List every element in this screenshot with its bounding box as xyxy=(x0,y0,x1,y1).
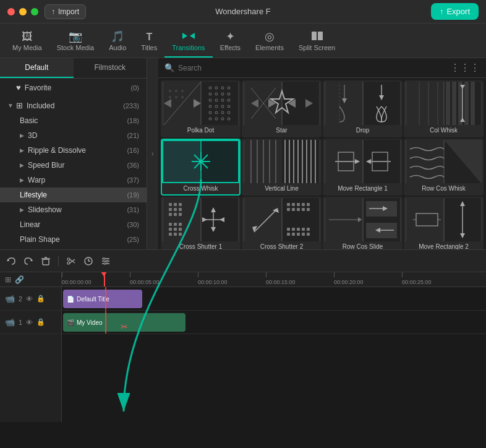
svg-rect-122 xyxy=(179,223,182,226)
playhead-triangle xyxy=(101,272,107,277)
close-dot[interactable] xyxy=(7,8,15,15)
effects-icon: ✦ xyxy=(226,31,235,42)
track-1-number: 1 xyxy=(19,319,22,326)
transition-row-cos-whisk[interactable]: Row Cos Whisk xyxy=(404,139,484,196)
playhead[interactable] xyxy=(104,272,105,286)
svg-rect-111 xyxy=(169,203,172,206)
sidebar-speed-blur-count: (36) xyxy=(127,162,139,169)
panel-collapse-button[interactable]: ‹ xyxy=(147,58,158,249)
svg-rect-63 xyxy=(464,82,469,125)
transition-polka-dot[interactable]: Polka Dot xyxy=(161,80,241,137)
track-clip-my-video[interactable]: 🎬 My Video ✂ xyxy=(63,313,185,332)
grid-options-icon[interactable]: ⋮⋮⋮ xyxy=(450,62,480,74)
svg-rect-148 xyxy=(287,228,290,231)
transition-label-row-cos-slide: Row Cos Slide xyxy=(324,241,401,249)
timeline-left: ⊞ 🔗 📹 2 👁 🔒 📹 1 👁 🔒 xyxy=(0,272,62,422)
nav-stock-media[interactable]: 📷 Stock Media xyxy=(49,27,102,58)
add-track-icon[interactable]: ⊞ xyxy=(5,275,11,284)
transition-move-rectangle-1[interactable]: Move Rectangle 1 xyxy=(323,139,403,196)
timeline-track-label-1: 📹 1 👁 🔒 xyxy=(0,311,61,334)
delete-button[interactable] xyxy=(41,256,51,266)
nav-audio[interactable]: 🎵 Audio xyxy=(101,27,134,58)
chevron-right-icon4: ▶ xyxy=(20,177,24,183)
sidebar-item-favorite[interactable]: ♥ Favorite (0) xyxy=(0,80,147,95)
svg-rect-5 xyxy=(201,82,238,125)
track-1-lock-icon[interactable]: 🔒 xyxy=(36,318,45,326)
transition-move-rectangle-2[interactable]: Move Rectangle 2 xyxy=(404,197,484,249)
video-clip-label: My Video xyxy=(77,319,103,326)
main-area: Default Filmstock ♥ Favorite (0) ▼ ⊞ Inc… xyxy=(0,58,486,250)
chevron-right-icon3: ▶ xyxy=(20,162,24,168)
import-button[interactable]: ↑ Import xyxy=(45,4,86,19)
sidebar-item-lifestyle[interactable]: Lifestyle (19) xyxy=(0,187,147,202)
svg-rect-141 xyxy=(302,203,305,206)
sidebar-speed-blur-label: Speed Blur xyxy=(28,161,127,170)
transition-cross-shutter-1[interactable]: Cross Shutter 1 xyxy=(161,197,241,249)
track-clip-default-title[interactable]: 📄 Default Title xyxy=(63,290,142,308)
tab-filmstock[interactable]: Filmstock xyxy=(74,58,147,78)
link-icon[interactable]: 🔗 xyxy=(15,275,24,284)
transition-thumb-col-whisk xyxy=(405,82,482,125)
sidebar-slideshow-count: (31) xyxy=(127,206,139,213)
undo-button[interactable] xyxy=(6,256,16,266)
svg-rect-152 xyxy=(307,228,310,231)
sidebar-item-slideshow[interactable]: ▶ Slideshow (31) xyxy=(0,202,147,217)
tab-default[interactable]: Default xyxy=(0,58,74,78)
search-input[interactable] xyxy=(178,64,446,72)
sidebar-item-warp[interactable]: ▶ Warp (37) xyxy=(0,173,147,187)
timeline-toolbar xyxy=(0,250,486,272)
ruler-mark-20: 00:00:20:00 xyxy=(334,272,364,286)
sidebar-item-basic[interactable]: Basic (18) xyxy=(0,113,147,128)
scissors-button[interactable] xyxy=(66,256,76,266)
svg-rect-116 xyxy=(179,208,182,211)
track-2-number: 2 xyxy=(19,295,22,303)
svg-rect-61 xyxy=(452,82,456,125)
track-2-eye-icon[interactable]: 👁 xyxy=(26,295,33,303)
timeline-body: ⊞ 🔗 📹 2 👁 🔒 📹 1 👁 🔒 00: xyxy=(0,272,486,422)
nav-transitions[interactable]: Transitions xyxy=(164,27,212,58)
transition-col-whisk[interactable]: Col Whisk xyxy=(404,80,484,137)
sidebar-item-3d[interactable]: ▶ 3D (21) xyxy=(0,128,147,143)
transition-cross-whisk[interactable]: Cross Whisk xyxy=(161,139,241,196)
svg-rect-154 xyxy=(292,233,295,236)
sidebar-item-included[interactable]: ▼ ⊞ Included (233) xyxy=(0,98,147,113)
sliders-button[interactable] xyxy=(101,256,111,266)
timeline-left-header: ⊞ 🔗 xyxy=(0,272,61,287)
nav-elements-label: Elements xyxy=(255,44,284,51)
clock-button[interactable] xyxy=(83,256,93,266)
sidebar-basic-count: (18) xyxy=(127,117,139,124)
svg-rect-149 xyxy=(292,228,295,231)
track-1-eye-icon[interactable]: 👁 xyxy=(26,319,33,326)
title-bar: ↑ Import Wondershare F ↑ Export xyxy=(0,0,486,24)
transition-vertical-line[interactable]: Vertical Line xyxy=(242,139,322,196)
track-2-lock-icon[interactable]: 🔒 xyxy=(36,295,45,303)
transition-star[interactable]: Star xyxy=(242,80,322,137)
nav-split-screen[interactable]: Split Screen xyxy=(291,27,343,58)
maximize-dot[interactable] xyxy=(31,8,38,15)
svg-marker-1 xyxy=(190,33,195,39)
svg-point-192 xyxy=(67,262,70,264)
sidebar-item-linear[interactable]: Linear (30) xyxy=(0,217,147,232)
svg-rect-64 xyxy=(471,82,475,125)
nav-titles[interactable]: T Titles xyxy=(134,28,164,58)
redo-button[interactable] xyxy=(23,256,33,266)
svg-rect-117 xyxy=(169,213,172,216)
transitions-grid: Polka Dot xyxy=(158,78,486,249)
nav-effects[interactable]: ✦ Effects xyxy=(213,27,248,58)
transition-row-cos-slide[interactable]: Row Cos Slide xyxy=(323,197,403,249)
heart-icon: ♥ xyxy=(16,83,21,92)
transition-cross-shutter-2[interactable]: Cross Shutter 2 xyxy=(242,197,322,249)
sidebar-item-speed-blur[interactable]: ▶ Speed Blur (36) xyxy=(0,158,147,173)
transition-drop[interactable]: Drop xyxy=(323,80,403,137)
nav-my-media[interactable]: 🖼 My Media xyxy=(5,27,49,58)
svg-rect-3 xyxy=(318,32,323,40)
export-button[interactable]: ↑ Export xyxy=(431,3,479,20)
svg-rect-121 xyxy=(174,223,177,226)
sidebar-favorite-label: Favorite xyxy=(25,84,131,92)
sidebar-item-ripple-dissolve[interactable]: ▶ Ripple & Dissolve (16) xyxy=(0,143,147,158)
transition-label-move-rect-1: Move Rectangle 1 xyxy=(324,183,401,194)
sidebar-item-plain-shape[interactable]: Plain Shape (25) xyxy=(0,232,147,247)
svg-point-201 xyxy=(103,257,105,259)
minimize-dot[interactable] xyxy=(19,8,27,15)
nav-elements[interactable]: ◎ Elements xyxy=(248,27,291,58)
